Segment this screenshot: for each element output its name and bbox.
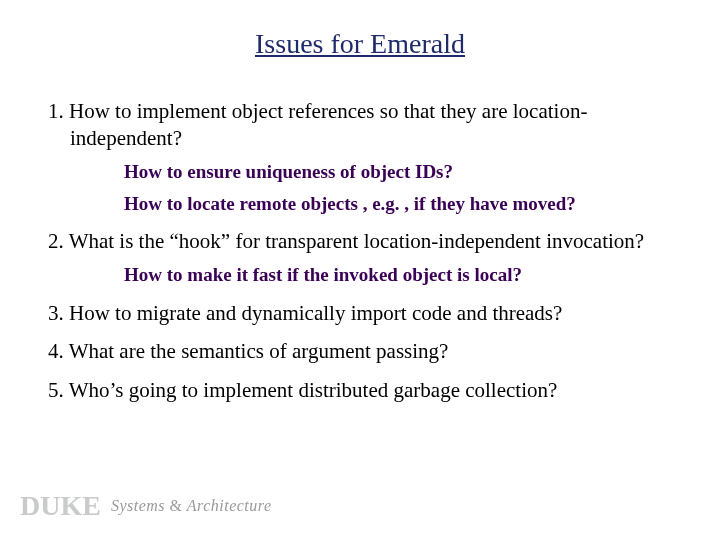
item-1: 1. How to implement object references so…	[48, 98, 678, 216]
slide-body: 1. How to implement object references so…	[48, 98, 678, 416]
footer-amp: &	[170, 497, 183, 514]
item-4-text: 4. What are the semantics of argument pa…	[48, 338, 678, 365]
item-1-num: 1.	[48, 99, 64, 123]
item-1-sub-a: How to ensure uniqueness of object IDs?	[124, 160, 678, 184]
item-2-num: 2.	[48, 229, 64, 253]
footer-after: Architecture	[183, 497, 272, 514]
item-3-text: 3. How to migrate and dynamically import…	[48, 300, 678, 327]
item-1-sub-b: How to locate remote objects , e.g. , if…	[124, 192, 678, 216]
item-4-body: What are the semantics of argument passi…	[69, 339, 449, 363]
item-2-body: What is the “hook” for transparent locat…	[69, 229, 645, 253]
item-5: 5. Who’s going to implement distributed …	[48, 377, 678, 404]
footer-text: Systems & Architecture	[111, 497, 272, 515]
item-2-sub-a: How to make it fast if the invoked objec…	[124, 263, 678, 287]
item-3-num: 3.	[48, 301, 64, 325]
item-5-num: 5.	[48, 378, 64, 402]
item-3-body: How to migrate and dynamically import co…	[69, 301, 562, 325]
item-1-body: How to implement object references so th…	[69, 99, 587, 150]
slide: Issues for Emerald 1. How to implement o…	[0, 0, 720, 540]
duke-logo: DUKE	[20, 490, 101, 522]
item-3: 3. How to migrate and dynamically import…	[48, 300, 678, 327]
footer-before: Systems	[111, 497, 170, 514]
item-5-body: Who’s going to implement distributed gar…	[69, 378, 558, 402]
item-1-text: 1. How to implement object references so…	[48, 98, 678, 152]
footer: DUKE Systems & Architecture	[20, 490, 272, 522]
item-5-text: 5. Who’s going to implement distributed …	[48, 377, 678, 404]
slide-title: Issues for Emerald	[0, 28, 720, 60]
item-2-text: 2. What is the “hook” for transparent lo…	[48, 228, 678, 255]
item-4: 4. What are the semantics of argument pa…	[48, 338, 678, 365]
item-4-num: 4.	[48, 339, 64, 363]
item-2: 2. What is the “hook” for transparent lo…	[48, 228, 678, 287]
